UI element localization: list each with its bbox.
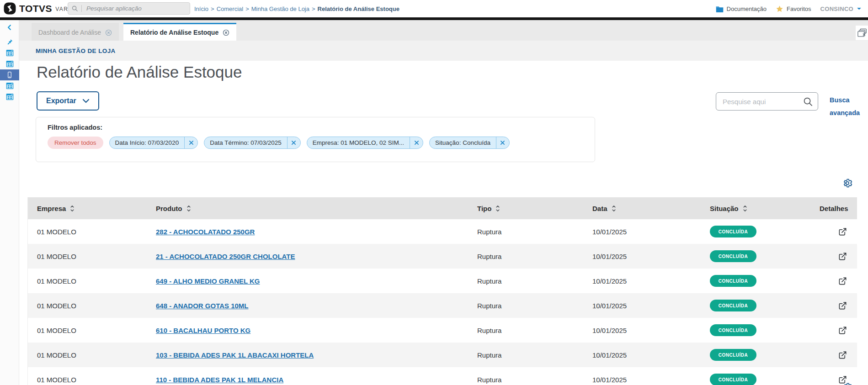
breadcrumb-separator: >	[312, 5, 315, 12]
breadcrumb-item[interactable]: Comercial	[217, 5, 244, 12]
close-tab-icon[interactable]	[105, 29, 112, 36]
filter-chip: Data Início: 07/03/2020	[109, 137, 198, 149]
breadcrumb-item[interactable]: Minha Gestão de Loja	[251, 5, 309, 12]
table-row: 01 MODELO110 - BEBIDA ADES PAK 1L MELANC…	[28, 367, 857, 385]
product-link[interactable]: 21 - ACHOCOLATADO 250GR CHOLOLATE	[156, 253, 295, 260]
product-link[interactable]: 649 - ALHO MEDIO GRANEL KG	[156, 277, 260, 285]
breadcrumb-item[interactable]: Início	[194, 5, 208, 12]
report-search-input[interactable]	[723, 98, 803, 105]
column-header-situacao[interactable]: Situação	[710, 205, 820, 212]
close-tab-icon[interactable]	[223, 29, 229, 36]
open-details-icon[interactable]	[838, 301, 847, 310]
table-row: 01 MODELO610 - BACALHAU PORTO KGRuptura1…	[28, 318, 857, 343]
cell-produto: 282 - ACHOCOLATADO 250GR	[156, 228, 477, 236]
status-badge: CONCLUÍDA	[710, 300, 756, 311]
sidebar-item-app-3[interactable]	[0, 80, 19, 91]
sort-icon[interactable]	[495, 205, 500, 212]
open-details-icon[interactable]	[838, 252, 847, 261]
product-link[interactable]: 610 - BACALHAU PORTO KG	[156, 327, 250, 334]
table-row: 01 MODELO103 - BEBIDA ADES PAK 1L ABACAX…	[28, 343, 857, 367]
product-link[interactable]: 110 - BEBIDA ADES PAK 1L MELANCIA	[156, 376, 283, 384]
column-header-produto[interactable]: Produto	[156, 205, 477, 212]
table-settings-gear-icon[interactable]	[842, 178, 853, 189]
column-label: Empresa	[37, 205, 66, 212]
favorites-label: Favoritos	[787, 5, 811, 12]
remove-filter-icon[interactable]	[410, 137, 423, 148]
product-link[interactable]: 103 - BEBIDA ADES PAK 1L ABACAXI HORTELA	[156, 351, 314, 359]
sidebar-item-mobile-selected[interactable]	[0, 69, 19, 80]
sort-icon[interactable]	[612, 205, 616, 212]
filters-title: Filtros aplicados:	[48, 124, 595, 131]
collapse-sidebar-button[interactable]	[0, 22, 19, 33]
cell-produto: 610 - BACALHAU PORTO KG	[156, 327, 477, 334]
export-label: Exportar	[46, 97, 76, 105]
tab-dashboard-de-analise[interactable]: Dashboard de Análise	[32, 23, 119, 41]
breadcrumb-separator: >	[211, 5, 214, 12]
sidebar-item-pin[interactable]	[0, 37, 19, 47]
sort-icon[interactable]	[186, 205, 191, 212]
cell-data: 10/01/2025	[592, 327, 710, 334]
star-icon	[776, 5, 783, 13]
filter-chip-label: Empresa: 01 MODELO, 02 SIM...	[307, 137, 410, 148]
open-details-icon[interactable]	[838, 326, 847, 335]
column-header-empresa[interactable]: Empresa	[28, 205, 156, 212]
sidebar-item-app-2[interactable]	[0, 58, 19, 69]
sidebar-item-app-1[interactable]	[0, 47, 19, 58]
breadcrumb-item: Relatório de Análise Estoque	[318, 5, 399, 12]
filter-chips: Data Início: 07/03/2020Data Término: 07/…	[109, 137, 510, 149]
advanced-search-link[interactable]: Busca avançada	[830, 94, 863, 119]
documentation-link[interactable]: Documentação	[716, 5, 767, 12]
favorites-link[interactable]: Favoritos	[776, 5, 811, 13]
sort-icon[interactable]	[743, 205, 747, 212]
cell-empresa: 01 MODELO	[28, 302, 156, 310]
table-row: 01 MODELO21 - ACHOCOLATADO 250GR CHOLOLA…	[28, 244, 857, 269]
chevron-down-icon	[82, 99, 90, 103]
column-header-tipo[interactable]: Tipo	[477, 205, 592, 212]
remove-all-filters-button[interactable]: Remover todos	[48, 137, 103, 149]
status-badge: CONCLUÍDA	[710, 250, 756, 262]
tab-relatorio-de-analise-estoque[interactable]: Relatório de Análise Estoque	[123, 23, 236, 41]
cell-produto: 648 - ANADOR GOTAS 10ML	[156, 302, 477, 310]
cell-data: 10/01/2025	[592, 351, 710, 359]
open-details-icon[interactable]	[838, 351, 847, 359]
cell-produto: 649 - ALHO MEDIO GRANEL KG	[156, 277, 477, 285]
top-links: Documentação Favoritos CONSINCO	[716, 0, 862, 17]
product-link[interactable]: 648 - ANADOR GOTAS 10ML	[156, 302, 249, 310]
user-menu[interactable]: CONSINCO	[820, 5, 862, 12]
app-window-icon	[6, 93, 14, 100]
remove-filter-icon[interactable]	[287, 137, 300, 148]
cell-empresa: 01 MODELO	[28, 228, 156, 236]
remove-filter-icon[interactable]	[496, 137, 509, 148]
remove-filter-icon[interactable]	[184, 137, 197, 148]
cell-tipo: Ruptura	[477, 228, 592, 236]
breadcrumb: Início>Comercial>Minha Gestão de Loja>Re…	[194, 0, 399, 17]
folder-icon	[716, 5, 724, 12]
close-all-tabs-icon	[857, 28, 868, 38]
cell-tipo: Ruptura	[477, 351, 592, 359]
chevron-left-icon	[6, 24, 13, 31]
column-header-data[interactable]: Data	[592, 205, 710, 212]
status-badge: CONCLUÍDA	[710, 226, 756, 237]
export-button[interactable]: Exportar	[37, 91, 99, 111]
section-title[interactable]: MINHA GESTÃO DE LOJA	[36, 47, 116, 54]
tab-strip: Dashboard de Análise Relatório de Anális…	[19, 20, 868, 41]
product-link[interactable]: 282 - ACHOCOLATADO 250GR	[156, 228, 255, 236]
filter-chip-label: Situação: Concluída	[430, 137, 496, 148]
app-window-icon	[6, 60, 14, 68]
cell-data: 10/01/2025	[592, 277, 710, 285]
cell-situacao: CONCLUÍDA	[710, 324, 820, 336]
cell-data: 10/01/2025	[592, 253, 710, 260]
search-icon[interactable]	[803, 96, 813, 107]
sidebar-item-app-4[interactable]	[0, 91, 19, 102]
open-details-icon[interactable]	[838, 227, 847, 236]
brand-name: TOTVS	[19, 3, 52, 14]
floating-settings-gear-icon[interactable]	[842, 382, 853, 385]
cell-detalhes	[820, 277, 857, 285]
cell-detalhes	[820, 326, 857, 335]
close-all-tabs-button[interactable]	[856, 26, 868, 40]
sort-icon[interactable]	[70, 205, 75, 212]
open-details-icon[interactable]	[838, 277, 847, 285]
status-badge: CONCLUÍDA	[710, 275, 756, 287]
app-search-input[interactable]	[82, 3, 190, 14]
column-label: Detalhes	[820, 205, 848, 212]
